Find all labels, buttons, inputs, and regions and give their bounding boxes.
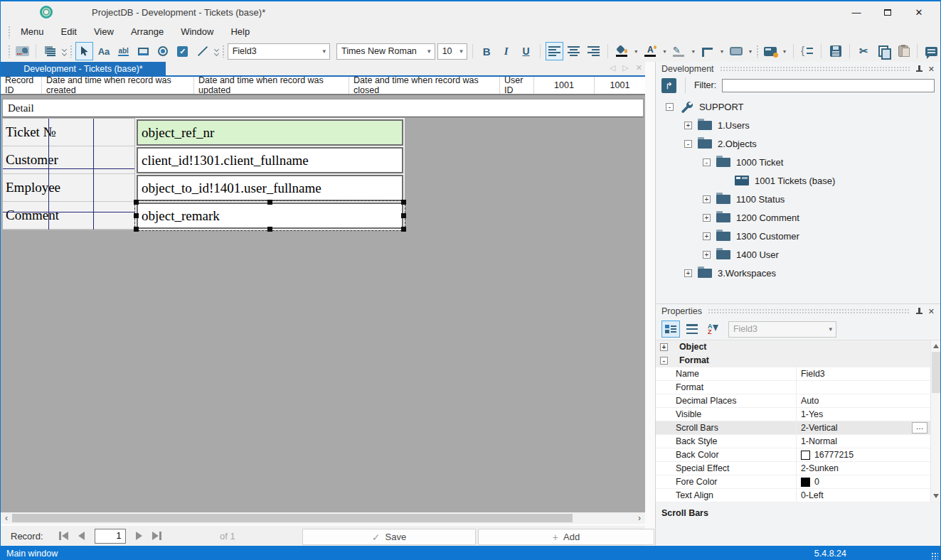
menu-item-menu[interactable]: Menu (21, 26, 44, 37)
expand-icon[interactable]: + (660, 343, 668, 351)
filter-input[interactable] (722, 79, 935, 92)
header-user-id[interactable]: User ID (500, 77, 534, 94)
property-value[interactable]: 16777215 (797, 448, 940, 461)
field-client-fullname[interactable]: client_id!1301.client_fullname (137, 147, 403, 173)
tree-item-1000-ticket[interactable]: - 1000 Ticket (656, 153, 940, 171)
selection-handle[interactable] (401, 213, 406, 218)
add-record-button[interactable]: + Add (478, 529, 654, 545)
expand-icon[interactable]: + (703, 251, 711, 259)
scrollbar-thumb[interactable] (12, 514, 573, 522)
field-object-remark[interactable]: object_remark (137, 203, 403, 229)
outline-button[interactable] (799, 42, 817, 60)
selection-handle[interactable] (134, 213, 139, 218)
selection-handle[interactable] (401, 227, 406, 232)
header-closed[interactable]: Date and time when record was closed (349, 77, 500, 94)
expand-icon[interactable]: + (703, 195, 711, 203)
form-properties-button[interactable] (762, 42, 780, 60)
scroll-right-icon[interactable]: › (634, 513, 645, 523)
header-value-1001[interactable]: 1001 (534, 77, 595, 94)
detail-section-band[interactable]: Detail (2, 99, 644, 117)
close-icon[interactable]: ✕ (928, 65, 935, 74)
sort-alphabetical-button[interactable]: AZ (704, 321, 723, 338)
fill-color-dropdown[interactable]: ▾ (633, 48, 639, 55)
border-dropdown[interactable]: ▾ (718, 48, 725, 55)
menu-item-view[interactable]: View (94, 26, 114, 37)
tree-item-users[interactable]: + 1.Users (656, 116, 940, 134)
fill-color-button[interactable] (613, 42, 631, 60)
tab-development-tickets[interactable]: Development - Tickets (base)* (1, 62, 166, 75)
save-button[interactable] (826, 42, 844, 60)
comment-button[interactable] (923, 42, 940, 60)
toolbar-grip[interactable] (8, 45, 11, 58)
property-value[interactable]: 2-Vertical … ▾ (797, 421, 940, 434)
tree-item-1400-user[interactable]: + 1400 User (656, 245, 940, 264)
scroll-up-icon[interactable] (933, 344, 939, 348)
close-button[interactable]: ✕ (903, 1, 935, 23)
copy-button[interactable] (875, 42, 893, 60)
close-icon[interactable]: ✕ (928, 307, 935, 316)
menu-item-help[interactable]: Help (230, 26, 250, 37)
cut-button[interactable]: ✂ (855, 42, 873, 60)
property-row-scroll-bars[interactable]: Scroll Bars 2-Vertical … ▾ (656, 421, 940, 435)
menu-item-window[interactable]: Window (181, 26, 213, 37)
field-selector-combo[interactable]: Field3 ▾ (228, 43, 330, 60)
tree-item-workspaces[interactable]: + 3.Workspaces (656, 264, 940, 282)
list-view-button[interactable] (683, 321, 701, 338)
align-left-button[interactable] (546, 42, 563, 60)
combobox-tool-button[interactable] (134, 42, 152, 60)
report-image-button[interactable] (14, 42, 31, 60)
property-value[interactable]: Field3 (797, 367, 940, 380)
tab-next-icon[interactable]: ▷ (622, 63, 628, 72)
select-tool-button[interactable] (75, 42, 93, 60)
property-value[interactable]: 2-Sunken (797, 462, 940, 475)
toolbar-grip[interactable] (756, 45, 760, 58)
radio-tool-button[interactable] (154, 42, 172, 60)
header-value-1001b[interactable]: 1001 (595, 77, 645, 94)
selection-handle[interactable] (134, 227, 139, 232)
property-row-back-color[interactable]: Back Color 16777215 (656, 448, 940, 462)
expand-icon[interactable]: + (684, 269, 692, 277)
highlight-dropdown[interactable]: ▾ (690, 48, 696, 55)
form-designer-canvas[interactable]: Detail Ticket № Customer Employee Commen… (1, 94, 645, 512)
tree-item-1001-tickets-base[interactable]: 1001 Tickets (base) (656, 171, 940, 190)
current-record-input[interactable] (95, 529, 126, 544)
property-value[interactable] (797, 381, 940, 394)
tab-close-icon[interactable]: ✕ (636, 63, 642, 72)
header-updated[interactable]: Date and time when record was updated (194, 77, 349, 94)
property-value[interactable]: 1-Normal (797, 435, 940, 448)
previous-record-button[interactable] (78, 532, 85, 540)
property-value[interactable]: 1-Yes (797, 408, 940, 421)
border-button[interactable] (698, 42, 716, 60)
minimize-button[interactable]: — (841, 1, 872, 23)
property-grid-scrollbar[interactable] (930, 340, 940, 502)
font-family-combo[interactable]: Times New Roman ▾ (336, 43, 435, 60)
font-color-dropdown[interactable]: ▾ (661, 48, 668, 55)
property-row-special-effect[interactable]: Special Effect 2-Sunken (656, 462, 940, 475)
menubar-grip[interactable] (8, 26, 11, 38)
toolbar-grip[interactable] (70, 45, 73, 58)
font-color-button[interactable]: A (642, 42, 659, 60)
locate-object-button[interactable]: ↱ (661, 78, 676, 93)
label-customer[interactable]: Customer (3, 146, 134, 174)
expand-icon[interactable]: + (684, 122, 692, 129)
resize-grip[interactable] (931, 552, 938, 559)
form-properties-dropdown[interactable]: ▾ (781, 48, 787, 55)
field-user-fullname[interactable]: object_to_id!1401.user_fullname (137, 175, 403, 201)
label-employee[interactable]: Employee (3, 174, 134, 202)
expand-icon[interactable]: + (703, 214, 711, 222)
property-row-text-align[interactable]: Text Align 0-Left (656, 489, 940, 502)
scroll-down-icon[interactable] (933, 494, 939, 498)
header-created[interactable]: Date and time when record was created (42, 77, 194, 94)
panel-splitter[interactable] (645, 62, 655, 546)
checkbox-tool-button[interactable]: ✓ (174, 42, 191, 60)
label-grid[interactable]: Ticket № Customer Employee Comment (2, 118, 135, 230)
pin-icon[interactable] (916, 308, 923, 316)
label-comment[interactable]: Comment (3, 202, 134, 230)
horizontal-scrollbar[interactable]: ‹ › (1, 512, 645, 524)
selection-handle[interactable] (267, 227, 272, 232)
collapse-icon[interactable]: - (703, 158, 711, 166)
shape-button[interactable] (728, 42, 745, 60)
shape-dropdown[interactable]: ▾ (747, 48, 753, 55)
pane-drag-texture[interactable] (708, 308, 910, 314)
object-selector-combo[interactable]: Field3 ▾ (728, 321, 836, 338)
